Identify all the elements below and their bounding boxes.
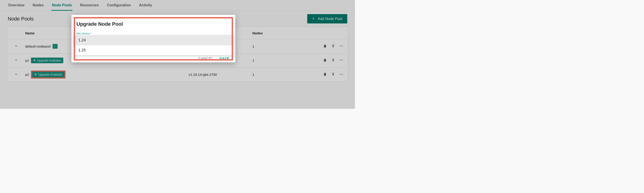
- svg-point-8: [342, 74, 343, 75]
- tab-activity[interactable]: Activity: [138, 3, 153, 11]
- svg-point-5: [342, 60, 343, 60]
- delete-icon[interactable]: [323, 58, 327, 63]
- upgrade-badge-label: Upgrade Available: [38, 73, 62, 76]
- dropdown-option[interactable]: 1.24: [73, 35, 234, 45]
- nodes-cell: 1: [252, 44, 316, 48]
- nodes-cell: 1: [252, 58, 316, 62]
- add-node-pool-label: Add Node Pool: [318, 17, 342, 21]
- tab-nodes[interactable]: Nodes: [32, 3, 44, 11]
- tab-overview[interactable]: Overview: [8, 3, 25, 11]
- version-cell: v1.24.14-gke.2700: [189, 72, 252, 76]
- pool-name: p1: [25, 58, 29, 62]
- add-node-pool-button[interactable]: + Add Node Pool: [307, 14, 347, 24]
- tab-configuration[interactable]: Configuration: [106, 3, 131, 11]
- expand-toggle[interactable]: [7, 44, 25, 48]
- tab-node-pools[interactable]: Node Pools: [52, 3, 72, 11]
- chevron-down-icon: [14, 58, 18, 62]
- actions-cell: [316, 44, 344, 49]
- svg-point-3: [340, 60, 340, 60]
- pool-name: p2: [25, 72, 29, 76]
- modal-title: Upgrade Node Pool: [72, 15, 235, 32]
- upgrade-icon[interactable]: [331, 44, 335, 49]
- plus-icon: +: [312, 16, 315, 21]
- chevron-down-icon: [14, 44, 18, 48]
- upgrade-available-badge[interactable]: [52, 44, 58, 49]
- k8s-version-dropdown[interactable]: 1.24 1.25: [73, 35, 234, 55]
- nodes-cell: 1: [252, 72, 316, 76]
- actions-cell: [316, 58, 344, 63]
- tabs-bar: Overview Nodes Node Pools Resources Conf…: [0, 0, 355, 11]
- dropdown-option[interactable]: 1.25: [73, 45, 234, 55]
- save-button[interactable]: SAVE: [219, 56, 230, 60]
- bell-icon: [54, 45, 55, 48]
- col-nodes: Nodes: [252, 31, 316, 35]
- upgrade-available-badge[interactable]: Upgrade Available: [31, 58, 63, 63]
- modal-actions: CANCEL SAVE: [72, 55, 235, 60]
- expand-toggle[interactable]: [7, 58, 25, 62]
- chevron-down-icon: [14, 72, 18, 77]
- pool-name: default-nodepool: [25, 44, 51, 48]
- highlight-box: Upgrade Available: [31, 70, 66, 78]
- upgrade-icon[interactable]: [331, 72, 335, 77]
- name-cell: p2 Upgrade Available: [25, 70, 189, 78]
- tab-resources[interactable]: Resources: [80, 3, 99, 11]
- upgrade-badge-label: Upgrade Available: [37, 59, 61, 62]
- svg-point-6: [340, 74, 340, 75]
- more-icon[interactable]: [339, 58, 344, 63]
- cancel-button[interactable]: CANCEL: [198, 56, 214, 60]
- upgrade-icon[interactable]: [331, 58, 335, 63]
- svg-point-4: [341, 60, 342, 60]
- svg-point-0: [340, 46, 340, 46]
- expand-toggle[interactable]: [7, 72, 25, 77]
- delete-icon[interactable]: [323, 44, 327, 49]
- svg-point-1: [341, 46, 342, 46]
- more-icon[interactable]: [339, 72, 344, 77]
- svg-point-2: [342, 46, 343, 46]
- page-title: Node Pools: [8, 16, 34, 22]
- k8s-version-label: K8s Version *: [72, 32, 235, 35]
- upgrade-available-badge[interactable]: Upgrade Available: [32, 72, 64, 78]
- svg-point-7: [341, 74, 342, 75]
- bell-icon: [34, 73, 37, 76]
- delete-icon[interactable]: [323, 72, 327, 77]
- bell-icon: [33, 59, 36, 62]
- upgrade-node-pool-modal: Upgrade Node Pool K8s Version * 1.24 1.2…: [72, 15, 235, 62]
- actions-cell: [316, 72, 344, 77]
- table-row: p2 Upgrade Available v1.24.14-gke.2700 1: [7, 67, 348, 82]
- more-icon[interactable]: [339, 44, 344, 49]
